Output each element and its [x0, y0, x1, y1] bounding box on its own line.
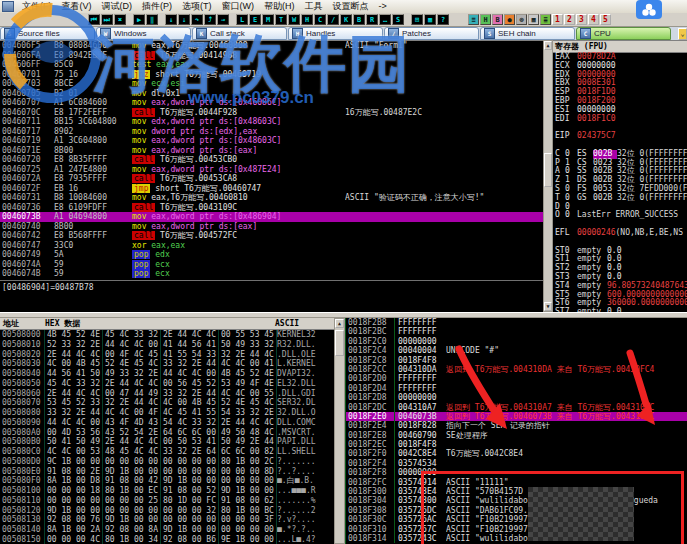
- toolbar-colored-button[interactable]: ▦: [528, 14, 539, 25]
- toolbar-colored-button[interactable]: ≣: [540, 14, 551, 25]
- hexdump-row[interactable]: 0050815000 00 00 4C80 1B 00 3492 08 00 B…: [0, 535, 334, 544]
- tab-handles[interactable]: HHandles: [288, 27, 383, 40]
- stack-row[interactable]: 0018F2F800000000: [346, 468, 687, 477]
- disasm-row[interactable]: 00460736E8 6109FDFFcall T6万能写.0043109C: [0, 203, 543, 213]
- toolbar-number-button-5[interactable]: 5: [600, 14, 611, 25]
- register-line[interactable]: ESP0018F1D0: [553, 88, 687, 97]
- hexdump-scrollbar[interactable]: ▲: [334, 318, 345, 544]
- tab-seh-chain[interactable]: SSEH chain: [480, 27, 575, 40]
- disasm-row[interactable]: 0046072FEB 16jmp short T6万能写.00460747: [0, 184, 543, 194]
- window-button-m[interactable]: M: [262, 14, 274, 25]
- toolbar-button-icon[interactable]: ⏭: [101, 14, 113, 25]
- hexdump-row[interactable]: 005080004B 45 52 4E45 4C 33 322E 44 4C 4…: [0, 330, 334, 340]
- hexdump-row[interactable]: 0050805045 4C 33 322E 44 4C 4C00 56 45 5…: [0, 379, 334, 389]
- menu-item[interactable]: 帮助(H): [259, 1, 300, 11]
- stack-row[interactable]: 0018F2F00042C8E4T6万能写.0042C8E4: [346, 449, 687, 458]
- stack-row[interactable]: 0018F2D0FFFFFFFF: [346, 374, 687, 383]
- hexdump-row[interactable]: 0050813092 08 00 769D 1B 00 0000 00 00 0…: [0, 515, 334, 525]
- toolbar-number-button-4[interactable]: 4: [588, 14, 599, 25]
- scrollbar-thumb[interactable]: [335, 330, 344, 356]
- window-button-b[interactable]: B: [353, 14, 365, 25]
- disasm-row[interactable]: 0046074733C0xor eax,eax: [0, 241, 543, 251]
- disasm-row[interactable]: 0046074A59pop ecx: [0, 260, 543, 270]
- hexdump-row[interactable]: 0050811000 00 00 0000 00 00 2580 1D 00 F…: [0, 496, 334, 506]
- disassembly-pane[interactable]: 004606F5B8 08084600mov eax,T6万能写.0046080…: [0, 40, 543, 312]
- disasm-row[interactable]: 00460705B2 01mov dl,0x1: [0, 89, 543, 99]
- stack-row[interactable]: 0018F2B8FFFFFFFF: [346, 318, 687, 327]
- stack-row[interactable]: 0018F2C000000000: [346, 337, 687, 346]
- window-button-t[interactable]: T: [275, 14, 287, 25]
- disasm-row[interactable]: 00460725A1 247E4800mov eax,dword ptr ds:…: [0, 165, 543, 175]
- hexdump-row[interactable]: 005080D09C 1B 00 0000 00 00 0000 00 00 0…: [0, 457, 334, 467]
- hexdump-row[interactable]: 0050808033 32 2E 444C 4C 00 4F4C 45 41 5…: [0, 408, 334, 418]
- register-line[interactable]: EAX00078D2A: [553, 53, 687, 62]
- hexdump-row[interactable]: 0050804044 56 41 5049 33 32 2E44 4C 4C 0…: [0, 369, 334, 379]
- menu-item[interactable]: 插件(P): [137, 1, 177, 11]
- stack-row[interactable]: 0018F2EC0018F4F8: [346, 440, 687, 449]
- disasm-row[interactable]: 0046073BA1 04694800mov eax,dword ptr ds:…: [0, 212, 543, 222]
- scroll-up-icon[interactable]: ▲: [335, 319, 344, 328]
- hexdump-row[interactable]: 005080602E 44 4C 4C00 47 44 4933 32 2E 4…: [0, 389, 334, 399]
- menu-item[interactable]: 选项(T): [177, 1, 217, 11]
- toolbar-colored-button[interactable]: H: [480, 14, 491, 25]
- toolbar-button-icon[interactable]: ‖: [146, 14, 158, 25]
- toolbar-button-icon[interactable]: ▦: [424, 14, 436, 25]
- register-line[interactable]: EIP024375C7: [553, 132, 687, 141]
- toolbar-button-icon[interactable]: ▶: [133, 14, 145, 25]
- stack-row[interactable]: 0018F30C035726ACASCII "F10B219997F3 10D5…: [346, 515, 687, 524]
- window-button-w[interactable]: W: [288, 14, 300, 25]
- register-line[interactable]: EDX00000000: [553, 71, 687, 80]
- register-line[interactable]: ECX00000000: [553, 62, 687, 71]
- register-line[interactable]: EFL00000246 (NO,NB,E,BE,NS: [553, 229, 687, 238]
- menu-item[interactable]: 设置断点: [328, 1, 374, 11]
- disasm-row[interactable]: 0046072AE8 7935FFFFcall T6万能写.00453CA8: [0, 174, 543, 184]
- scroll-down-icon[interactable]: ▼: [544, 302, 552, 311]
- tab-call-stack[interactable]: KCall stack: [192, 27, 287, 40]
- hexdump-row[interactable]: 0050801052 33 32 2E44 4C 4C 0041 44 56 4…: [0, 340, 334, 350]
- menu-item[interactable]: ->: [374, 1, 392, 11]
- hexdump-row[interactable]: 005080B050 41 50 492E 44 4C 4C00 50 53 4…: [0, 437, 334, 447]
- stack-row[interactable]: 0018F3100357267CASCII "F10B219997F3 10D5…: [346, 525, 687, 534]
- disasm-row[interactable]: 00460731B8 10084600mov eax,T6万能写.0046081…: [0, 193, 543, 203]
- tab-cpu[interactable]: CCPU: [576, 27, 671, 40]
- toolbar-button-icon[interactable]: ↓: [165, 14, 177, 25]
- disasm-row[interactable]: 0046071E8B00mov eax,dword ptr ds:[eax]: [0, 146, 543, 156]
- toolbar-button-icon[interactable]: ✖: [114, 14, 126, 25]
- menu-item[interactable]: 工具: [300, 1, 328, 11]
- stack-row[interactable]: 0018F2FC03574914ASCII "11111": [346, 478, 687, 487]
- hexdump-row[interactable]: 005080C04C 4C 00 5348 45 4C 4C33 32 2E 6…: [0, 447, 334, 457]
- stack-row[interactable]: 0018F2BCFFFFFFFF: [346, 327, 687, 336]
- stack-row[interactable]: 0018F2DC004310A7返回到 T6万能写.004310A7 来自 T6…: [346, 403, 687, 412]
- stack-row[interactable]: 0018F300035748E4ASCII "570B4157D 00EAC9E…: [346, 487, 687, 496]
- tab-overflow-button[interactable]: ⌄: [678, 28, 687, 40]
- window-button-…[interactable]: …: [379, 14, 391, 25]
- stack-row[interactable]: 0018F2D4FFFFFFFF: [346, 384, 687, 393]
- menu-item[interactable]: 窗口(W): [217, 1, 260, 11]
- window-button-e[interactable]: E: [249, 14, 261, 25]
- toolbar-button-icon[interactable]: ⏮: [88, 14, 100, 25]
- tab-windows[interactable]: WWindows: [96, 27, 191, 40]
- hexdump-row[interactable]: 005081408A 1B 00 2A92 08 00 8A9D 1B 00 0…: [0, 525, 334, 535]
- disasm-row[interactable]: 004607118B15 3C604800mov edx,dword ptr d…: [0, 117, 543, 127]
- stack-row[interactable]: 0018F2E800460790SE处理程序: [346, 431, 687, 440]
- toolbar-button-icon[interactable]: ↷: [191, 14, 203, 25]
- disasm-row[interactable]: 004607408B00mov eax,dword ptr ds:[eax]: [0, 222, 543, 232]
- hexdump-row[interactable]: 0050809044 4C 4C 0043 4F 4D 4354 4C 33 3…: [0, 418, 334, 428]
- disassembly-scrollbar[interactable]: ▲ ▼: [543, 40, 553, 312]
- register-line[interactable]: ESI00000000: [553, 106, 687, 115]
- window-button-l[interactable]: L: [236, 14, 248, 25]
- hexdump-row[interactable]: 005080304C 00 4B 4552 4E 45 4C33 32 2E 4…: [0, 359, 334, 369]
- window-button-s[interactable]: S: [392, 14, 404, 25]
- disasm-row[interactable]: 00460720E8 8B35FFFFcall T6万能写.00453CB0: [0, 155, 543, 165]
- stack-row[interactable]: 0018F2C80018F4F8: [346, 356, 687, 365]
- toolbar-colored-button[interactable]: ●: [504, 14, 515, 25]
- stack-pane[interactable]: 0018F2B8FFFFFFFF0018F2BCFFFFFFFF0018F2C0…: [345, 318, 687, 544]
- tab-source-files[interactable]: SSource files: [0, 27, 95, 40]
- register-line[interactable]: O0LastErr ERROR_SUCCESS: [553, 211, 687, 220]
- window-button-k[interactable]: K: [340, 14, 352, 25]
- registers-pane[interactable]: 寄存器 (FPU) EAX00078D2AECX00000000EDX00000…: [553, 40, 687, 312]
- hexdump-row[interactable]: 005080A000 4D 53 5643 52 54 2E64 6C 6C 0…: [0, 428, 334, 438]
- stack-row[interactable]: 0018F2E00046073B返回到 T6万能写.0046073B 来自 T6…: [346, 412, 687, 421]
- toolbar-button-icon[interactable]: ⤴: [204, 14, 216, 25]
- disasm-row[interactable]: 004606FF85C0test eax,eax: [0, 60, 543, 70]
